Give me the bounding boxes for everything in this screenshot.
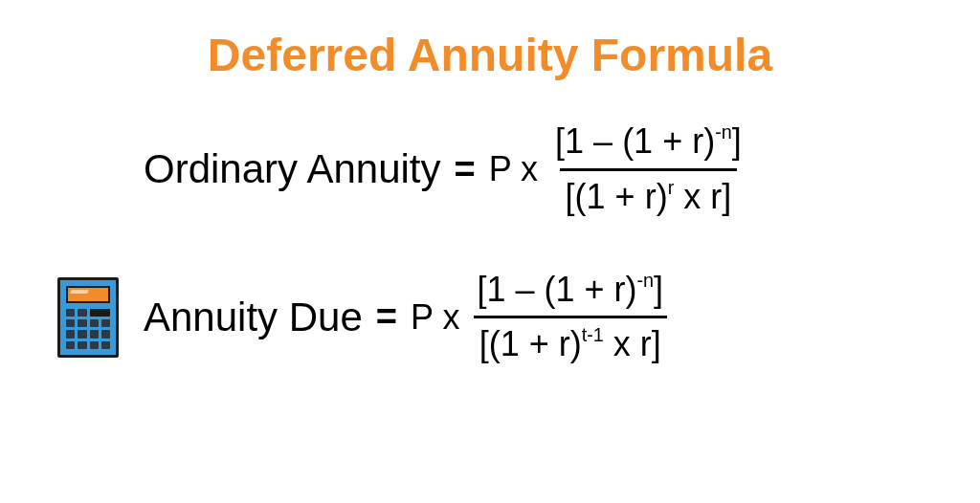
den-sup: r [668, 177, 675, 198]
due-numerator: [1 – (1 + r)-n] [471, 268, 669, 317]
p-term: P x [489, 149, 538, 189]
equals-sign: = [376, 296, 397, 338]
num-post: ] [732, 121, 742, 161]
num-post: ] [654, 270, 663, 309]
ordinary-denominator: [(1 + r)r x r] [560, 168, 738, 220]
den-pre: [(1 + r) [479, 324, 582, 363]
den-post: x r] [674, 177, 731, 216]
calculator-icon [57, 277, 119, 358]
due-label: Annuity Due [144, 295, 363, 340]
ordinary-label: Ordinary Annuity [144, 146, 441, 192]
due-denominator: [(1 + r)t-1 x r] [474, 316, 667, 367]
den-pre: [(1 + r) [566, 177, 668, 216]
ordinary-numerator: [1 – (1 + r)-n] [549, 120, 747, 168]
equals-sign: = [455, 149, 476, 190]
den-post: x r] [604, 324, 661, 363]
num-pre: [1 – (1 + r) [477, 270, 636, 309]
den-sup: t-1 [582, 324, 604, 345]
annuity-due-formula: Annuity Due = P x [1 – (1 + r)-n] [(1 + … [57, 268, 923, 368]
num-pre: [1 – (1 + r) [555, 121, 715, 161]
content-area: Ordinary Annuity = P x [1 – (1 + r)-n] [… [0, 120, 980, 367]
ordinary-fraction: [1 – (1 + r)-n] [(1 + r)r x r] [549, 120, 747, 220]
num-sup: -n [636, 270, 654, 291]
num-sup: -n [715, 121, 732, 142]
due-fraction: [1 – (1 + r)-n] [(1 + r)t-1 x r] [471, 268, 669, 368]
p-term: P x [411, 297, 459, 338]
ordinary-annuity-formula: Ordinary Annuity = P x [1 – (1 + r)-n] [… [57, 120, 923, 220]
page-title: Deferred Annuity Formula [0, 0, 980, 120]
